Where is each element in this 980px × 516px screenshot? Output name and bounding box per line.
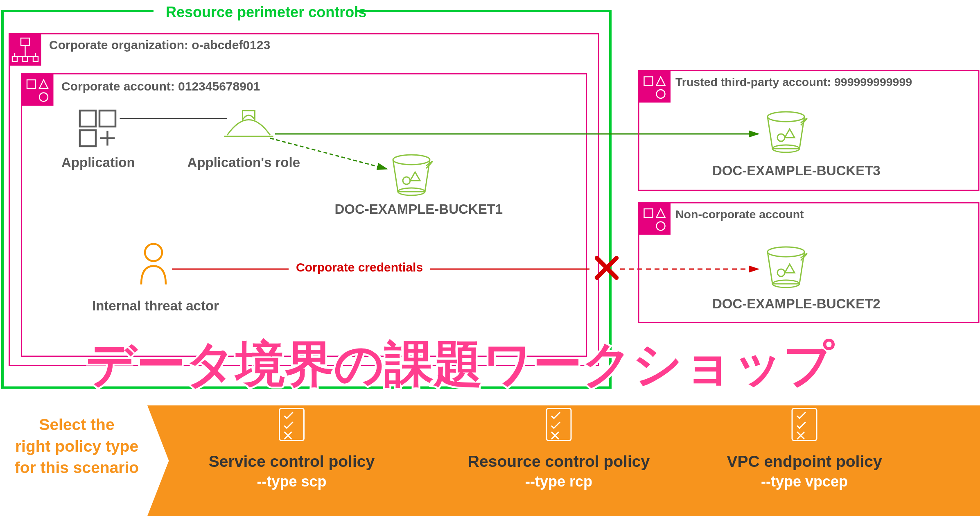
bucket2-label: DOC-EXAMPLE-BUCKET2 bbox=[712, 296, 881, 311]
svg-rect-28 bbox=[639, 203, 671, 235]
policy2-name[interactable]: Resource control policy bbox=[468, 453, 650, 470]
svg-rect-12 bbox=[80, 130, 96, 146]
bucket3-label: DOC-EXAMPLE-BUCKET3 bbox=[712, 163, 881, 178]
footer-prompt-l1: Select the bbox=[39, 416, 114, 433]
svg-point-24 bbox=[768, 112, 804, 122]
application-icon bbox=[80, 111, 115, 146]
application-label: Application bbox=[61, 155, 135, 170]
org-label: Corporate organization: o-abcdef0123 bbox=[49, 38, 270, 52]
block-x-icon bbox=[597, 258, 616, 278]
svg-rect-6 bbox=[22, 74, 54, 106]
bucket2-icon bbox=[768, 247, 807, 287]
role-icon bbox=[224, 111, 273, 136]
perimeter-box bbox=[2, 11, 610, 388]
footer-prompt-l2: right policy type bbox=[15, 437, 138, 455]
credentials-label: Corporate credentials bbox=[296, 260, 423, 274]
account-icon bbox=[22, 74, 54, 106]
svg-point-32 bbox=[768, 247, 804, 257]
account-label: Corporate account: 012345678901 bbox=[61, 79, 260, 93]
policy3-name[interactable]: VPC endpoint policy bbox=[727, 453, 882, 470]
svg-rect-10 bbox=[80, 111, 96, 127]
org-icon bbox=[9, 34, 41, 66]
policy1-flag: --type scp bbox=[257, 473, 326, 490]
actor-icon bbox=[141, 244, 166, 285]
policy3-flag: --type vpcep bbox=[761, 473, 848, 490]
policy2-flag: --type rcp bbox=[525, 473, 592, 490]
svg-point-34 bbox=[777, 269, 785, 276]
bucket1-label: DOC-EXAMPLE-BUCKET1 bbox=[335, 201, 503, 217]
noncorp-icon bbox=[639, 203, 671, 235]
role-label: Application's role bbox=[187, 155, 300, 170]
svg-point-26 bbox=[777, 134, 785, 141]
perimeter-label: Resource perimeter controls bbox=[166, 4, 366, 20]
svg-marker-16 bbox=[410, 172, 420, 181]
jp-title: データ境界の課題ワークショップ bbox=[86, 336, 835, 391]
svg-point-17 bbox=[145, 244, 162, 261]
svg-point-13 bbox=[393, 155, 430, 165]
bucket1-icon bbox=[393, 155, 432, 195]
noncorp-label: Non-corporate account bbox=[675, 208, 804, 221]
svg-marker-35 bbox=[785, 264, 795, 273]
policy1-name[interactable]: Service control policy bbox=[209, 453, 375, 470]
svg-rect-11 bbox=[99, 111, 115, 127]
thirdparty-label: Trusted third-party account: 99999999999… bbox=[675, 75, 912, 88]
svg-rect-20 bbox=[639, 71, 671, 103]
bucket3-icon bbox=[768, 112, 807, 152]
footer-prompt-l3: for this scenario bbox=[15, 459, 139, 476]
svg-point-15 bbox=[403, 177, 410, 184]
thirdparty-icon bbox=[639, 71, 671, 103]
svg-marker-27 bbox=[785, 129, 795, 138]
actor-label: Internal threat actor bbox=[92, 298, 219, 313]
